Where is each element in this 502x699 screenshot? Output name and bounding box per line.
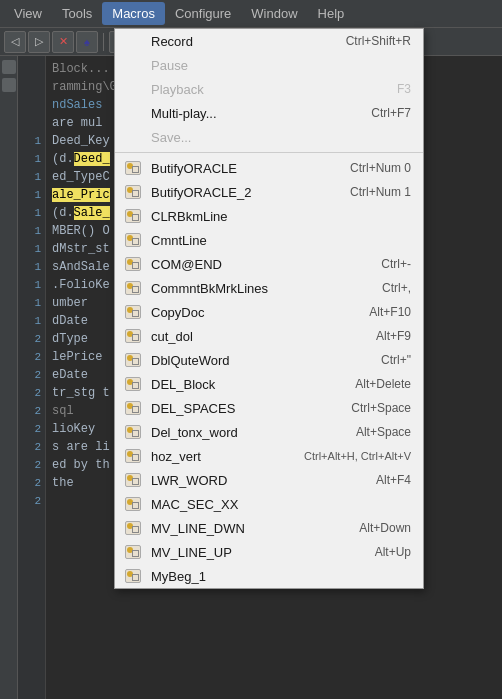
toolbar-btn-3[interactable]: ✕ <box>52 31 74 53</box>
menu-hozvert[interactable]: hoz_vert Ctrl+Alt+H, Ctrl+Alt+V <box>115 444 423 468</box>
ln-25: 2 <box>18 492 45 510</box>
ln-24: 2 <box>18 474 45 492</box>
ln-14: 1 <box>18 294 45 312</box>
macro-icon-6 <box>123 280 143 296</box>
toolbar-btn-2[interactable]: ▷ <box>28 31 50 53</box>
macro-icon-3 <box>123 208 143 224</box>
ln-4 <box>18 114 45 132</box>
ln-1 <box>18 60 45 78</box>
side-strip <box>0 56 18 699</box>
menu-view[interactable]: View <box>4 2 52 25</box>
menu-cmntline[interactable]: CmntLine <box>115 228 423 252</box>
menu-delspaces[interactable]: DEL_SPACES Ctrl+Space <box>115 396 423 420</box>
macro-icon-18 <box>123 568 143 584</box>
menu-tools[interactable]: Tools <box>52 2 102 25</box>
ln-5: 1 <box>18 132 45 150</box>
menu-dblqute[interactable]: DblQuteWord Ctrl+" <box>115 348 423 372</box>
macro-icon-15 <box>123 496 143 512</box>
ln-21: 2 <box>18 420 45 438</box>
macros-dropdown: Record Ctrl+Shift+R Pause Playback F3 Mu… <box>114 28 424 589</box>
menu-commnbk[interactable]: CommntBkMrkLines Ctrl+, <box>115 276 423 300</box>
ln-7: 1 <box>18 168 45 186</box>
toolbar-btn-1[interactable]: ◁ <box>4 31 26 53</box>
macro-icon-12 <box>123 424 143 440</box>
menu-configure[interactable]: Configure <box>165 2 241 25</box>
menu-macros[interactable]: Macros <box>102 2 165 25</box>
ln-17: 2 <box>18 348 45 366</box>
ln-16: 2 <box>18 330 45 348</box>
line-numbers: 1 1 1 1 1 1 1 1 1 1 1 2 2 2 2 2 2 2 2 2 … <box>18 56 46 699</box>
macro-icon-5 <box>123 256 143 272</box>
menu-window[interactable]: Window <box>241 2 307 25</box>
ln-8: 1 <box>18 186 45 204</box>
ln-13: 1 <box>18 276 45 294</box>
menu-lwrword[interactable]: LWR_WORD Alt+F4 <box>115 468 423 492</box>
menu-mybeg[interactable]: MyBeg_1 <box>115 564 423 588</box>
macro-icon-8 <box>123 328 143 344</box>
ln-15: 1 <box>18 312 45 330</box>
ln-3 <box>18 96 45 114</box>
menu-butify[interactable]: ButifyORACLE Ctrl+Num 0 <box>115 156 423 180</box>
menu-butify2[interactable]: ButifyORACLE_2 Ctrl+Num 1 <box>115 180 423 204</box>
ln-10: 1 <box>18 222 45 240</box>
macro-icon-16 <box>123 520 143 536</box>
ln-9: 1 <box>18 204 45 222</box>
ln-12: 1 <box>18 258 45 276</box>
ln-11: 1 <box>18 240 45 258</box>
menu-separator-1 <box>115 152 423 153</box>
menu-delblock[interactable]: DEL_Block Alt+Delete <box>115 372 423 396</box>
menu-copydoc[interactable]: CopyDoc Alt+F10 <box>115 300 423 324</box>
ln-2 <box>18 78 45 96</box>
menu-pause[interactable]: Pause <box>115 53 423 77</box>
macro-icon-14 <box>123 472 143 488</box>
ln-22: 2 <box>18 438 45 456</box>
macro-icon-13 <box>123 448 143 464</box>
menu-multiplay[interactable]: Multi-play... Ctrl+F7 <box>115 101 423 125</box>
macro-icon-10 <box>123 376 143 392</box>
menu-mvlinedwn[interactable]: MV_LINE_DWN Alt+Down <box>115 516 423 540</box>
toolbar-btn-4[interactable]: ♠ <box>76 31 98 53</box>
macro-icon-17 <box>123 544 143 560</box>
ln-23: 2 <box>18 456 45 474</box>
menu-mvlineup[interactable]: MV_LINE_UP Alt+Up <box>115 540 423 564</box>
menu-save[interactable]: Save... <box>115 125 423 149</box>
menu-macsec[interactable]: MAC_SEC_XX <box>115 492 423 516</box>
macro-icon-2 <box>123 184 143 200</box>
side-btn-1[interactable] <box>2 60 16 74</box>
toolbar-separator <box>103 33 104 51</box>
menu-playback[interactable]: Playback F3 <box>115 77 423 101</box>
ln-6: 1 <box>18 150 45 168</box>
menubar: View Tools Macros Configure Window Help <box>0 0 502 28</box>
ln-20: 2 <box>18 402 45 420</box>
macro-icon-9 <box>123 352 143 368</box>
ln-19: 2 <box>18 384 45 402</box>
menu-record[interactable]: Record Ctrl+Shift+R <box>115 29 423 53</box>
macro-icon-7 <box>123 304 143 320</box>
ln-18: 2 <box>18 366 45 384</box>
macro-icon-1 <box>123 160 143 176</box>
menu-clrbkm[interactable]: CLRBkmLine <box>115 204 423 228</box>
menu-cutdol[interactable]: cut_dol Alt+F9 <box>115 324 423 348</box>
side-btn-2[interactable] <box>2 78 16 92</box>
menu-comend[interactable]: COM@END Ctrl+- <box>115 252 423 276</box>
macro-icon-11 <box>123 400 143 416</box>
menu-help[interactable]: Help <box>308 2 355 25</box>
macro-icon-4 <box>123 232 143 248</box>
menu-deltonx[interactable]: Del_tonx_word Alt+Space <box>115 420 423 444</box>
